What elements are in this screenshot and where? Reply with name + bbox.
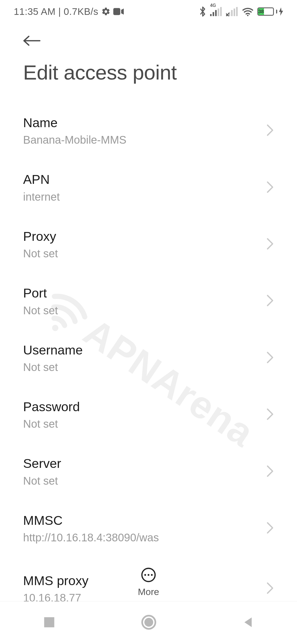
item-username[interactable]: Username Not set — [0, 330, 297, 386]
svg-rect-9 — [234, 9, 235, 16]
wifi-icon — [242, 7, 254, 16]
status-separator: | — [58, 6, 61, 17]
svg-rect-2 — [213, 12, 214, 16]
svg-rect-3 — [215, 10, 217, 16]
chevron-right-icon — [266, 465, 274, 478]
svg-rect-17 — [44, 617, 54, 627]
svg-rect-5 — [220, 7, 222, 16]
item-value: Not set — [23, 474, 261, 487]
status-network-speed: 0.7KB/s — [64, 6, 98, 17]
signal-no-sim-icon — [226, 7, 238, 16]
item-label: Port — [23, 285, 261, 301]
svg-rect-8 — [231, 10, 233, 16]
gear-icon — [101, 7, 111, 16]
svg-point-15 — [148, 574, 149, 576]
item-proxy[interactable]: Proxy Not set — [0, 216, 297, 273]
svg-rect-1 — [210, 14, 212, 16]
bluetooth-icon — [199, 6, 206, 17]
page-title: Edit access point — [0, 47, 297, 94]
item-label: Username — [23, 342, 261, 358]
status-left: 11:35 AM | 0.7KB/s — [14, 6, 124, 17]
battery-indicator: 38 — [257, 7, 283, 16]
item-label: Proxy — [23, 229, 261, 244]
settings-list: Name Banana-Mobile-MMS APN internet Prox… — [0, 94, 297, 608]
svg-point-19 — [144, 618, 153, 627]
chevron-right-icon — [266, 294, 274, 308]
svg-point-16 — [151, 574, 153, 576]
item-value: Not set — [23, 247, 261, 260]
chevron-right-icon — [266, 181, 274, 194]
signal-4g-icon: 4G — [210, 7, 222, 16]
item-label: Server — [23, 456, 261, 471]
nav-recent-button[interactable] — [43, 616, 56, 630]
chevron-right-icon — [266, 582, 274, 595]
status-bar: 11:35 AM | 0.7KB/s 4G 38 — [0, 0, 297, 23]
charging-icon — [279, 7, 283, 16]
chevron-right-icon — [266, 351, 274, 365]
more-icon — [141, 567, 156, 584]
back-button[interactable] — [23, 35, 41, 46]
item-apn[interactable]: APN internet — [0, 159, 297, 216]
item-password[interactable]: Password Not set — [0, 386, 297, 443]
svg-rect-4 — [218, 9, 219, 16]
svg-rect-7 — [229, 12, 230, 16]
navigation-bar — [0, 601, 297, 644]
svg-rect-0 — [113, 8, 120, 15]
item-port[interactable]: Port Not set — [0, 273, 297, 329]
item-mmsc[interactable]: MMSC http://10.16.18.4:38090/was — [0, 500, 297, 557]
battery-percent-label: 38 — [258, 8, 264, 15]
chevron-right-icon — [266, 238, 274, 251]
status-right: 4G 38 — [199, 6, 283, 17]
chevron-right-icon — [266, 408, 274, 421]
video-camera-icon — [113, 8, 124, 15]
chevron-right-icon — [266, 124, 274, 137]
nav-home-button[interactable] — [141, 615, 156, 631]
item-value: Banana-Mobile-MMS — [23, 133, 261, 146]
item-name[interactable]: Name Banana-Mobile-MMS — [0, 102, 297, 159]
item-value: Not set — [23, 417, 261, 430]
item-value: Not set — [23, 304, 261, 317]
chevron-right-icon — [266, 522, 274, 535]
more-label: More — [138, 586, 159, 597]
item-value: Not set — [23, 361, 261, 374]
item-label: MMSC — [23, 513, 261, 528]
item-label: APN — [23, 172, 261, 187]
svg-point-11 — [247, 15, 248, 16]
svg-point-14 — [144, 574, 146, 576]
item-value: internet — [23, 190, 261, 203]
nav-back-button[interactable] — [242, 616, 254, 629]
more-button[interactable]: More — [138, 567, 159, 597]
item-label: Password — [23, 399, 261, 414]
status-time: 11:35 AM — [14, 6, 56, 17]
item-server[interactable]: Server Not set — [0, 443, 297, 500]
item-value: http://10.16.18.4:38090/was — [23, 531, 261, 544]
svg-rect-10 — [236, 7, 238, 16]
item-label: Name — [23, 115, 261, 130]
